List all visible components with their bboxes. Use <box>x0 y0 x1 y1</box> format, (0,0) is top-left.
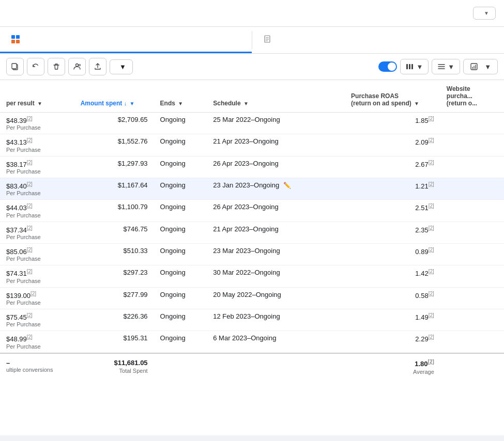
breakdown-button[interactable]: ▼ <box>432 59 460 74</box>
col-header-ends[interactable]: Ends ▼ <box>154 80 207 113</box>
table-row[interactable]: $75.45[2] Per Purchase $226.36 Ongoing 1… <box>0 309 504 330</box>
cell-amount-spent: $510.33 <box>74 243 154 265</box>
cell-per-result: $75.45[2] Per Purchase <box>0 309 74 330</box>
cell-amount-spent: $1,552.76 <box>74 134 154 156</box>
cell-schedule: 12 Feb 2023–Ongoing <box>207 309 345 330</box>
toolbar: ▼ ▼ ▼ ▼ <box>0 54 504 80</box>
per-result-sub: Per Purchase <box>6 212 68 218</box>
roas-sup: [2] <box>429 269 434 274</box>
date-picker[interactable]: ▼ <box>473 7 496 20</box>
cell-roas: 1.85[2] <box>345 113 440 134</box>
per-result-sub: Per Purchase <box>6 168 68 175</box>
cell-ends: Ongoing <box>154 113 207 134</box>
per-result-sub: Per Purchase <box>6 124 68 131</box>
footer-ends <box>154 353 207 381</box>
cell-roas: 2.35[2] <box>345 222 440 243</box>
cell-amount-spent: $1,100.79 <box>74 200 154 222</box>
cell-roas: 1.21[2] <box>345 178 440 199</box>
col-header-amount-spent[interactable]: Amount spent ↓ ▼ <box>74 80 154 113</box>
reports-button[interactable]: ▼ <box>463 59 498 74</box>
footer-row: – ultiple conversions $11,681.05 Total S… <box>0 353 504 381</box>
cell-amount-spent: $2,709.65 <box>74 113 154 134</box>
cell-website <box>440 134 504 156</box>
roas-sup: [2] <box>429 116 434 121</box>
copy-button[interactable] <box>6 58 24 75</box>
cell-per-result: $74.31[2] Per Purchase <box>0 265 74 287</box>
export-button[interactable] <box>89 58 106 75</box>
svg-rect-9 <box>409 64 410 69</box>
roas-sup: [2] <box>429 291 434 296</box>
cell-roas: 0.89[2] <box>345 243 440 265</box>
cell-website <box>440 178 504 199</box>
delete-button[interactable] <box>48 58 65 75</box>
cell-ends: Ongoing <box>154 265 207 287</box>
cell-ends: Ongoing <box>154 243 207 265</box>
cell-schedule: 21 Apr 2023–Ongoing <box>207 134 345 156</box>
col-header-schedule[interactable]: Schedule ▼ <box>207 80 345 113</box>
breakdown-chevron-icon: ▼ <box>448 63 454 71</box>
columns-button[interactable]: ▼ <box>400 59 429 74</box>
cell-website <box>440 265 504 287</box>
roas-sup: [2] <box>429 181 434 187</box>
cell-per-result: $139.00[2] Per Purchase <box>0 287 74 309</box>
col-header-purchase-roas[interactable]: Purchase ROAS(return on ad spend) ▼ <box>345 80 440 113</box>
cell-schedule: 26 Apr 2023–Ongoing <box>207 200 345 222</box>
view-setup-toggle[interactable] <box>378 61 397 72</box>
table-row[interactable]: $139.00[2] Per Purchase $277.99 Ongoing … <box>0 287 504 309</box>
cell-roas: 0.58[2] <box>345 287 440 309</box>
table-row[interactable]: $43.13[2] Per Purchase $1,552.76 Ongoing… <box>0 134 504 156</box>
cell-roas: 1.42[2] <box>345 265 440 287</box>
amount-spent-label: Amount spent <box>81 100 123 107</box>
table-row[interactable]: $48.39[2] Per Purchase $2,709.65 Ongoing… <box>0 113 504 134</box>
table-row[interactable]: $44.03[2] Per Purchase $1,100.79 Ongoing… <box>0 200 504 222</box>
per-result-sub: Per Purchase <box>6 278 68 284</box>
table-row[interactable]: $85.06[2] Per Purchase $510.33 Ongoing 2… <box>0 243 504 265</box>
per-result-sub: Per Purchase <box>6 321 68 327</box>
cell-schedule: 20 May 2022–Ongoing <box>207 287 345 309</box>
per-result-sup: [2] <box>27 160 33 165</box>
edit-icon[interactable]: ✏️ <box>283 182 291 189</box>
cell-website <box>440 200 504 222</box>
table-row[interactable]: $74.31[2] Per Purchase $297.23 Ongoing 3… <box>0 265 504 287</box>
cell-amount-spent: $1,167.64 <box>74 178 154 199</box>
cell-ends: Ongoing <box>154 178 207 199</box>
cell-per-result: $38.17[2] Per Purchase <box>0 156 74 178</box>
doc-icon <box>263 34 273 44</box>
grid-icon <box>10 34 21 44</box>
svg-rect-10 <box>411 64 413 69</box>
per-result-sub: Per Purchase <box>6 300 68 306</box>
sort-icon-amount: ▼ <box>130 101 135 106</box>
footer-schedule <box>207 353 345 381</box>
roas-sup: [2] <box>429 334 434 340</box>
table-row[interactable]: $37.34[2] Per Purchase $746.75 Ongoing 2… <box>0 222 504 243</box>
cell-ends: Ongoing <box>154 200 207 222</box>
per-result-sub: Per Purchase <box>6 234 68 240</box>
per-result-sup: [2] <box>27 225 33 231</box>
tab-ads[interactable] <box>252 27 504 53</box>
cell-per-result: $48.99[2] Per Purchase <box>0 331 74 353</box>
footer-website <box>440 353 504 381</box>
cell-roas: 2.09[2] <box>345 134 440 156</box>
cell-per-result: $48.39[2] Per Purchase <box>0 113 74 134</box>
cell-roas: 1.49[2] <box>345 309 440 330</box>
tab-adsets[interactable] <box>0 27 252 53</box>
audience-button[interactable] <box>68 58 86 75</box>
top-bar: ▼ <box>0 0 504 27</box>
per-result-sup: [2] <box>27 203 33 209</box>
cell-ends: Ongoing <box>154 331 207 353</box>
table-row[interactable]: $48.99[2] Per Purchase $195.31 Ongoing 6… <box>0 331 504 353</box>
col-header-per-result[interactable]: per result ▼ <box>0 80 74 113</box>
cell-schedule: 30 Mar 2022–Ongoing <box>207 265 345 287</box>
roas-sup: [2] <box>429 137 434 143</box>
table-row[interactable]: $38.17[2] Per Purchase $1,297.93 Ongoing… <box>0 156 504 178</box>
cell-amount-spent: $1,297.93 <box>74 156 154 178</box>
table-row[interactable]: $83.40[2] Per Purchase $1,167.64 Ongoing… <box>0 178 504 199</box>
undo-button[interactable] <box>27 58 44 75</box>
cell-amount-spent: $226.36 <box>74 309 154 330</box>
cell-per-result: $43.13[2] Per Purchase <box>0 134 74 156</box>
rules-button[interactable]: ▼ <box>110 59 133 74</box>
cell-ends: Ongoing <box>154 309 207 330</box>
footer-roas: 1.80[2] Average <box>345 353 440 381</box>
cell-schedule: 23 Mar 2023–Ongoing <box>207 243 345 265</box>
cell-website <box>440 287 504 309</box>
